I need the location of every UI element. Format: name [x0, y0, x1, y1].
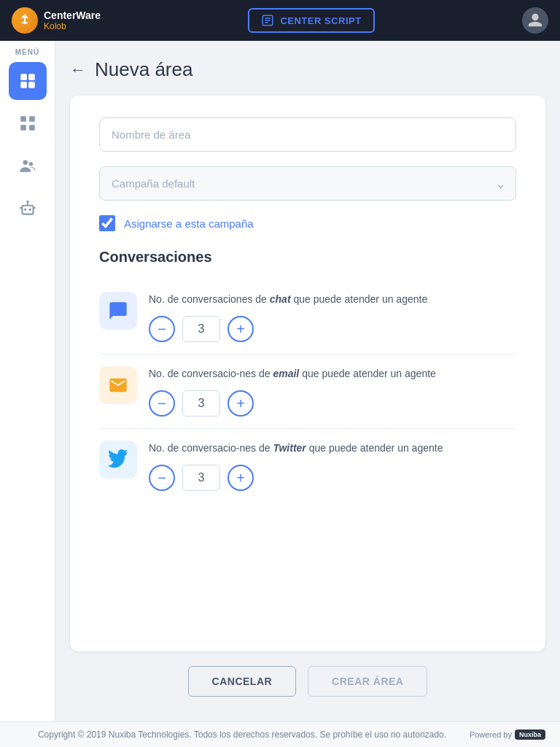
- email-decrement-button[interactable]: −: [149, 390, 175, 417]
- conversation-twitter: No. de conversacio-nes de Twitter que pu…: [99, 429, 516, 503]
- twitter-stepper: − 3 +: [149, 465, 516, 491]
- sidebar-item-bots[interactable]: [9, 189, 47, 227]
- menu-label: MENÚ: [15, 48, 39, 56]
- center-script-button[interactable]: CENTER SCRIPT: [248, 8, 374, 33]
- form-actions: CANCELAR CREAR ÁREA: [70, 651, 545, 704]
- chat-value: 3: [182, 316, 220, 342]
- email-increment-button[interactable]: +: [228, 390, 254, 417]
- svg-rect-12: [29, 125, 35, 131]
- twitter-icon: [108, 449, 128, 470]
- chat-details: No. de conversaciones de chat que puede …: [149, 292, 516, 342]
- assign-campaign-checkbox[interactable]: [99, 215, 115, 231]
- sidebar-item-areas[interactable]: [9, 62, 47, 100]
- script-icon: [261, 14, 274, 27]
- back-arrow-icon: ←: [70, 61, 86, 80]
- svg-point-17: [28, 209, 31, 211]
- app-footer: Copyright © 2019 Nuxiba Technologies. To…: [0, 721, 560, 747]
- center-script-label: CENTER SCRIPT: [280, 15, 361, 26]
- twitter-channel-icon: [99, 441, 137, 479]
- sidebar-item-users[interactable]: [9, 147, 47, 185]
- main-layout: MENÚ: [0, 41, 560, 721]
- assign-campaign-row: Asignarse a esta campaña: [99, 215, 516, 231]
- powered-by-text: Powered by: [470, 730, 512, 739]
- cancel-button[interactable]: CANCELAR: [188, 666, 297, 697]
- email-description: No. de conversacio-nes de email que pued…: [149, 366, 516, 382]
- svg-rect-10: [29, 116, 35, 122]
- user-avatar[interactable]: [522, 7, 548, 34]
- app-header: CenterWare Kolob CENTER SCRIPT: [0, 0, 560, 41]
- main-content: ← Nueva área Campaña default ⌄: [55, 41, 560, 721]
- logo-bottom: Kolob: [44, 21, 101, 31]
- svg-rect-5: [20, 74, 27, 80]
- dashboard-icon: [18, 114, 37, 133]
- page-title: Nueva área: [95, 58, 192, 81]
- form-card: Campaña default ⌄ Asignarse a esta campa…: [70, 96, 545, 651]
- svg-point-14: [28, 162, 32, 166]
- twitter-details: No. de conversacio-nes de Twitter que pu…: [149, 441, 516, 491]
- copyright-text: Copyright © 2019 Nuxiba Technologies. To…: [15, 729, 470, 740]
- back-button[interactable]: ←: [70, 61, 86, 80]
- svg-point-16: [24, 209, 26, 211]
- conversation-chat: No. de conversaciones de chat que puede …: [99, 280, 516, 355]
- sidebar: MENÚ: [0, 41, 55, 721]
- email-channel-icon: [99, 366, 137, 404]
- chat-icon: [108, 301, 128, 321]
- chat-channel-icon: [99, 292, 137, 330]
- twitter-increment-button[interactable]: +: [228, 465, 254, 491]
- chat-description: No. de conversaciones de chat que puede …: [149, 292, 516, 307]
- chat-increment-button[interactable]: +: [228, 316, 254, 342]
- sidebar-item-dashboard[interactable]: [9, 104, 47, 142]
- campaign-field: Campaña default ⌄: [99, 166, 516, 201]
- chat-decrement-button[interactable]: −: [149, 316, 175, 342]
- powered-by: Powered by Nuxiba: [470, 729, 545, 740]
- page-header: ← Nueva área: [70, 58, 545, 81]
- svg-point-13: [23, 160, 28, 165]
- logo: CenterWare Kolob: [12, 7, 101, 34]
- svg-rect-8: [28, 82, 35, 88]
- email-stepper: − 3 +: [149, 390, 516, 417]
- campaign-select[interactable]: Campaña default: [99, 166, 516, 201]
- logo-top: CenterWare: [44, 9, 101, 21]
- users-icon: [18, 156, 37, 175]
- email-icon: [108, 375, 128, 395]
- areas-icon: [18, 71, 37, 90]
- svg-point-18: [26, 201, 28, 203]
- area-name-field: [99, 117, 516, 152]
- chat-stepper: − 3 +: [149, 316, 516, 342]
- twitter-description: No. de conversacio-nes de Twitter que pu…: [149, 441, 516, 456]
- twitter-value: 3: [182, 465, 220, 491]
- svg-rect-9: [20, 116, 26, 122]
- nuxiba-brand: Nuxiba: [515, 729, 545, 740]
- svg-rect-6: [28, 74, 35, 80]
- svg-rect-15: [22, 206, 33, 214]
- conversations-section-title: Conversaciones: [99, 249, 516, 266]
- twitter-decrement-button[interactable]: −: [149, 465, 175, 491]
- email-details: No. de conversacio-nes de email que pued…: [149, 366, 516, 417]
- create-area-button[interactable]: CREAR ÁREA: [308, 666, 427, 697]
- email-value: 3: [182, 390, 220, 417]
- svg-rect-7: [20, 82, 27, 88]
- assign-campaign-label[interactable]: Asignarse a esta campaña: [124, 217, 254, 230]
- logo-text: CenterWare Kolob: [44, 9, 101, 31]
- campaign-select-wrapper: Campaña default ⌄: [99, 166, 516, 201]
- area-name-input[interactable]: [99, 117, 516, 152]
- conversation-email: No. de conversacio-nes de email que pued…: [99, 355, 516, 429]
- bots-icon: [18, 198, 37, 217]
- logo-icon: [12, 7, 38, 34]
- svg-rect-11: [20, 125, 26, 131]
